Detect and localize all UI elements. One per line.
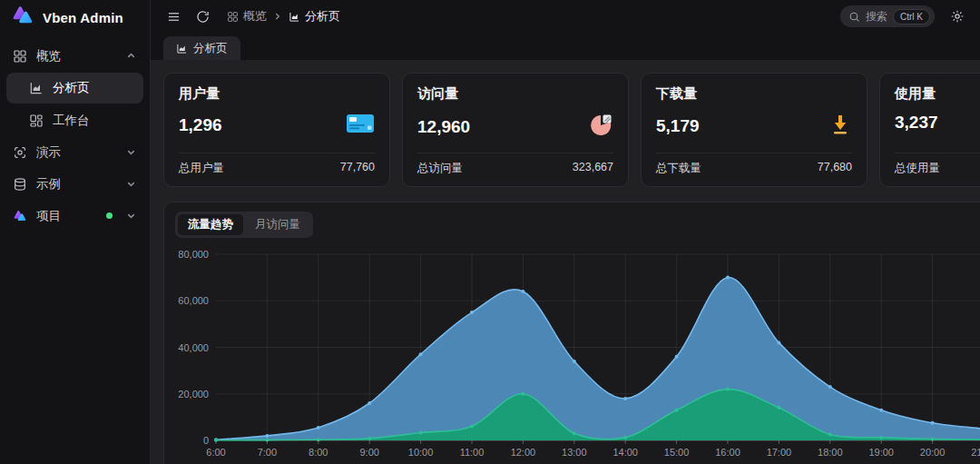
chart-tab-group: 流量趋势 月访问量	[175, 212, 313, 238]
layers-icon	[13, 177, 27, 192]
sidebar-item-demo[interactable]: 演示	[0, 136, 150, 168]
card-total-label: 总用户量	[179, 161, 224, 176]
area-chart-icon	[176, 43, 188, 54]
sidebar-nav: 概览 分析页 工作台	[0, 35, 150, 237]
svg-text:14:00: 14:00	[612, 447, 638, 458]
sidebar-item-examples[interactable]: 示例	[0, 168, 150, 200]
settings-button[interactable]	[946, 5, 969, 28]
svg-text:0: 0	[203, 435, 209, 446]
svg-text:9:00: 9:00	[359, 447, 378, 458]
svg-text:20,000: 20,000	[178, 389, 209, 400]
stat-card-usage: 使用量 3,237 总使用量	[879, 73, 980, 187]
top-header: 概览 分析页 搜索 Ctrl K	[151, 0, 980, 33]
workbench-icon	[29, 114, 44, 128]
card-value: 5,179	[656, 116, 700, 136]
card-total-label: 总使用量	[895, 161, 940, 176]
credit-card-icon	[346, 113, 375, 138]
breadcrumb-label: 分析页	[305, 8, 340, 25]
chart-tab-trend[interactable]: 流量趋势	[178, 214, 243, 235]
svg-text:60,000: 60,000	[178, 295, 209, 306]
area-chart-icon	[29, 81, 44, 95]
search-input[interactable]: 搜索 Ctrl K	[840, 5, 935, 27]
sidebar-item-analytics[interactable]: 分析页	[6, 73, 143, 104]
traffic-trend-chart: 020,00040,00060,00080,0006:007:008:009:0…	[175, 243, 980, 464]
refresh-button[interactable]	[191, 5, 214, 28]
dashboard-icon	[13, 49, 27, 64]
focus-icon	[13, 145, 27, 160]
sidebar-item-label: 项目	[36, 208, 97, 224]
sidebar-item-label: 工作台	[53, 113, 137, 129]
chevron-down-icon	[125, 146, 137, 158]
svg-text:6:00: 6:00	[206, 447, 225, 458]
card-title: 访问量	[417, 85, 613, 103]
svg-text:18:00: 18:00	[818, 447, 843, 458]
vben-logo-icon	[11, 4, 34, 31]
download-icon	[828, 113, 852, 140]
chevron-down-icon	[125, 210, 137, 222]
stat-card-users: 用户量 1,296 总用户量 77,760	[163, 73, 390, 187]
card-title: 用户量	[179, 85, 375, 103]
card-title: 下载量	[656, 85, 852, 103]
breadcrumb-analytics[interactable]: 分析页	[289, 8, 340, 25]
status-dot	[106, 212, 113, 219]
card-total-value: 77,760	[340, 161, 375, 176]
sidebar-item-label: 示例	[36, 176, 116, 193]
breadcrumb-label: 概览	[243, 8, 267, 25]
search-placeholder: 搜索	[866, 9, 887, 25]
breadcrumb: 概览 分析页	[227, 8, 340, 25]
sidebar-item-workbench[interactable]: 工作台	[0, 104, 150, 136]
traffic-trend-card: 流量趋势 月访问量 020,00040,00060,00080,0006:007…	[163, 202, 980, 464]
card-value: 1,296	[179, 115, 222, 135]
stat-card-visits: 访问量 12,960 总访问量 323,667	[402, 73, 629, 187]
svg-text:80,000: 80,000	[178, 249, 209, 260]
gear-icon	[950, 9, 965, 24]
sidebar: Vben Admin 概览 分析页	[0, 0, 151, 464]
svg-text:20:00: 20:00	[920, 447, 946, 458]
svg-text:7:00: 7:00	[258, 447, 277, 458]
page-tabbar: 分析页	[151, 33, 980, 60]
card-total-label: 总下载量	[656, 161, 701, 176]
chevron-right-icon	[272, 11, 283, 22]
project-logo-icon	[13, 209, 27, 223]
search-icon	[848, 11, 860, 23]
tab-analytics[interactable]: 分析页	[163, 36, 240, 60]
card-title: 使用量	[895, 85, 980, 103]
chart-tab-monthly[interactable]: 月访问量	[245, 214, 310, 235]
chevron-down-icon	[125, 178, 137, 190]
card-value: 12,960	[417, 117, 470, 137]
stat-card-downloads: 下载量 5,179 总下载量 77,680	[641, 73, 867, 187]
card-value: 3,237	[895, 113, 938, 133]
svg-text:11:00: 11:00	[460, 447, 485, 458]
svg-text:13:00: 13:00	[562, 447, 587, 458]
card-total-label: 总访问量	[417, 161, 463, 176]
tab-label: 分析页	[193, 41, 228, 56]
svg-text:17:00: 17:00	[767, 447, 792, 458]
svg-text:19:00: 19:00	[868, 447, 894, 458]
card-total-value: 323,667	[573, 161, 613, 176]
sidebar-item-label: 演示	[36, 144, 116, 161]
sidebar-item-project[interactable]: 项目	[0, 200, 150, 232]
pie-chart-icon	[589, 113, 613, 141]
breadcrumb-overview[interactable]: 概览	[227, 8, 267, 25]
sidebar-item-label: 概览	[36, 48, 116, 64]
chevron-up-icon	[125, 50, 137, 62]
overview-cards: 用户量 1,296 总用户量 77,760 访问量	[163, 73, 980, 187]
svg-text:21:00: 21:00	[971, 447, 980, 458]
sidebar-item-overview[interactable]: 概览	[0, 40, 150, 72]
svg-text:8:00: 8:00	[309, 447, 328, 458]
logo[interactable]: Vben Admin	[0, 0, 150, 35]
main-content: 用户量 1,296 总用户量 77,760 访问量	[151, 60, 980, 464]
svg-text:12:00: 12:00	[511, 447, 536, 458]
card-total-value: 77,680	[818, 161, 852, 176]
search-shortcut-badge: Ctrl K	[893, 9, 930, 25]
svg-text:16:00: 16:00	[715, 447, 740, 458]
svg-text:40,000: 40,000	[178, 342, 209, 353]
svg-text:15:00: 15:00	[664, 447, 690, 458]
app-title: Vben Admin	[43, 10, 123, 25]
sidebar-toggle-button[interactable]	[162, 5, 185, 28]
sidebar-item-label: 分析页	[53, 80, 131, 96]
svg-text:10:00: 10:00	[408, 447, 434, 458]
